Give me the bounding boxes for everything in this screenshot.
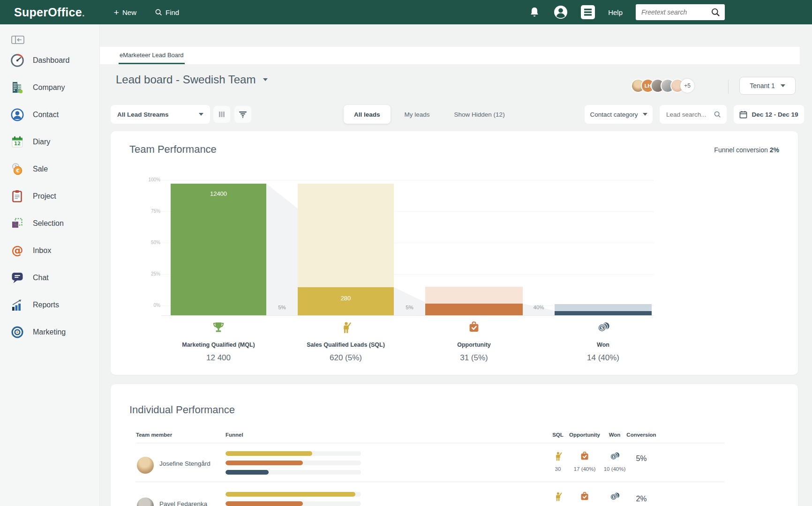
stage-value: 12 400 [206,353,231,363]
filter-button[interactable] [234,106,251,123]
col-funnel: Funnel [226,432,243,438]
team-member-name: Josefine Stengård [159,445,211,482]
contact-category-dropdown[interactable]: Contact category [585,105,653,124]
sale-icon: $€ [10,162,24,176]
conversion-value: 2% [623,485,660,506]
tab-emarketeer-lead-board[interactable]: eMarketeer Lead Board [119,47,185,64]
help-link[interactable]: Help [608,8,623,16]
reports-chart-icon [10,298,24,312]
funnel-bar-sql: 280 [298,180,394,315]
table-row[interactable]: Josefine Stengård 30 17 (40%) $ 10 (40%)… [111,445,798,482]
briefcase-icon [579,491,590,503]
sidebar-item-project[interactable]: Project [0,183,99,210]
avatar [137,457,154,474]
header-divider [728,80,729,94]
top-nav: + New Find [114,8,179,17]
notifications-bell-icon[interactable] [528,6,541,18]
team-member-name: Pavel Fedarenka [159,485,207,506]
sql-person-icon [339,320,353,336]
stage-value: 620 (5%) [330,353,362,363]
user-account-icon[interactable] [554,5,568,19]
topbar-right-group: Help [528,4,725,20]
sql-person-icon [552,491,564,503]
contact-icon [10,108,24,122]
stage-conversion-label: 5% [394,305,425,310]
top-bar: SuperOffice. + New Find Help [0,0,812,24]
freetext-search-input[interactable] [640,8,711,16]
lead-search-box [660,105,727,124]
inbox-at-icon: @ [10,244,24,258]
funnel-chart: 100% 75% 50% 25% 0% 12400 5% 280 [171,180,652,315]
chat-bubble-icon [10,271,24,285]
sidebar-item-chat[interactable]: Chat [0,264,99,291]
sidebar-item-dashboard[interactable]: Dashboard [0,47,99,74]
chevron-down-icon [643,113,647,116]
new-button[interactable]: + New [114,8,136,17]
board-columns-button[interactable] [213,106,230,123]
sidebar-item-selection[interactable]: Selection [0,210,99,237]
svg-text:€: € [15,168,19,173]
tenant-selector[interactable]: Tenant 1 [739,77,796,95]
svg-text:$: $ [612,455,615,459]
tab-my-leads[interactable]: My leads [394,105,440,124]
diary-icon: 12 [10,135,24,149]
lead-streams-dropdown[interactable]: All Lead Streams [111,105,210,124]
project-icon [10,189,24,203]
stage-won: $ Won 14 (40%) [555,320,652,363]
stage-value: 14 (40%) [587,353,619,363]
col-team-member: Team member [136,432,172,438]
date-range-picker[interactable]: Dec 12 - Dec 19 [734,105,804,124]
y-tick: 100% [142,177,160,182]
y-tick: 75% [142,208,160,214]
team-avatar-stack[interactable]: LH +5 [631,79,694,93]
funnel-filter-icon [239,111,247,118]
stage-name: Won [597,342,609,348]
sidebar-item-company[interactable]: Company [0,74,99,101]
search-icon [155,9,162,16]
opportunity-value: 17 (40%) [574,466,596,472]
search-submit-icon[interactable] [711,8,720,17]
stage-conversion-label: 5% [266,305,298,310]
member-funnel-bars [226,451,361,475]
board-title-dropdown[interactable]: Lead board - Swedish Team [116,73,268,86]
svg-text:12: 12 [14,141,21,146]
plus-icon: + [114,8,119,17]
menu-icon[interactable] [581,5,595,19]
columns-icon [218,111,226,118]
superoffice-logo: SuperOffice. [14,6,85,19]
sidebar-collapse-icon[interactable] [11,36,24,44]
sidebar-item-contact[interactable]: Contact [0,101,99,128]
conversion-value: 5% [623,445,660,472]
table-row[interactable]: Pavel Fedarenka $ 2% [111,485,798,506]
trophy-icon [211,320,226,336]
team-performance-card: Team Performance Funnel conversion2% 100… [111,131,798,375]
company-icon [10,81,24,95]
find-button[interactable]: Find [155,8,179,17]
funnel-connector: 40% [523,180,555,315]
sidebar-item-inbox[interactable]: @ Inbox [0,237,99,264]
lead-search-input[interactable] [665,111,711,119]
team-performance-title: Team Performance [129,143,217,156]
individual-performance-title: Individual Performance [129,404,235,416]
funnel-bar-mql: 12400 [171,180,266,315]
sidebar-item-marketing[interactable]: Marketing [0,319,99,346]
y-tick: 25% [142,271,160,276]
member-funnel-bars [226,492,361,506]
funnel-connector: 5% [266,180,298,315]
page-title: Lead board - Swedish Team [116,73,256,86]
tab-all-leads[interactable]: All leads [344,105,391,124]
search-icon [714,111,721,118]
sidebar-item-diary[interactable]: 12 Diary [0,128,99,156]
tab-strip: eMarketeer Lead Board [100,47,800,64]
col-conversion: Conversion [623,432,660,438]
y-tick: 50% [142,240,160,245]
sidebar-item-reports[interactable]: Reports [0,291,99,319]
avatar-more-badge[interactable]: +5 [680,79,694,93]
sidebar-item-sale[interactable]: $€ Sale [0,156,99,183]
bar-value-label: 12400 [171,190,266,197]
dashboard-icon [10,53,24,67]
stage-value: 31 (5%) [460,353,488,363]
coins-icon: $ [596,320,610,336]
tab-show-hidden[interactable]: Show Hidden (12) [444,105,515,124]
marketing-target-icon [10,325,24,339]
